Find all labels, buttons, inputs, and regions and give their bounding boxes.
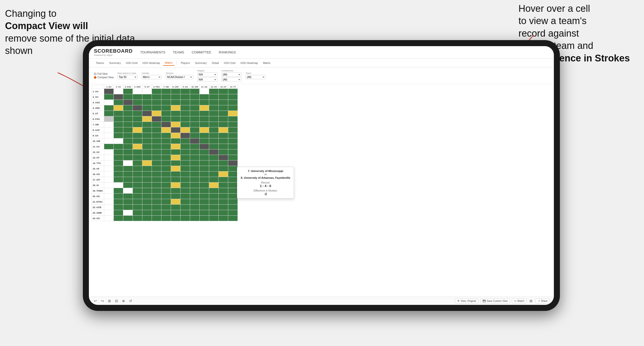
cell-r19-c10[interactable] (200, 194, 209, 199)
cell-r8-c12[interactable] (219, 133, 228, 138)
tool3-icon[interactable]: ⊞ (107, 298, 112, 303)
cell-r18-c5[interactable] (152, 188, 161, 194)
cell-r7-c13[interactable] (228, 127, 238, 133)
cell-r14-c5[interactable] (152, 166, 161, 171)
cell-r8-c7[interactable] (171, 133, 181, 138)
cell-r5-c3[interactable] (133, 116, 142, 122)
cell-r9-c4[interactable] (142, 138, 152, 144)
cell-r10-c0[interactable] (104, 144, 114, 149)
cell-r21-c11[interactable] (209, 205, 219, 210)
cell-r17-c5[interactable] (152, 183, 161, 188)
cell-r5-c10[interactable] (200, 116, 209, 122)
cell-r22-c6[interactable] (161, 210, 171, 216)
subnav-matrix-teams[interactable]: Matrix (163, 60, 174, 66)
tool4-icon[interactable]: ⊟ (114, 298, 119, 303)
cell-r1-c1[interactable] (114, 94, 123, 100)
cell-r15-c3[interactable] (133, 171, 142, 177)
cell-r5-c5[interactable] (152, 116, 161, 122)
cell-r11-c6[interactable] (161, 149, 171, 155)
cell-r11-c3[interactable] (133, 149, 142, 155)
cell-r22-c4[interactable] (142, 210, 152, 216)
cell-r22-c10[interactable] (200, 210, 209, 216)
cell-r4-c12[interactable] (219, 111, 228, 116)
cell-r10-c1[interactable] (114, 144, 123, 149)
cell-r1-c11[interactable] (209, 94, 219, 100)
cell-r17-c0[interactable] (104, 183, 114, 188)
cell-r15-c1[interactable] (114, 171, 123, 177)
cell-r16-c8[interactable] (181, 177, 190, 183)
cell-r6-c10[interactable] (200, 122, 209, 127)
cell-r17-c11[interactable] (209, 183, 219, 188)
nav-rankings[interactable]: RANKINGS (219, 49, 236, 55)
cell-r16-c3[interactable] (133, 177, 142, 183)
cell-r22-c3[interactable] (133, 210, 142, 216)
cell-r21-c6[interactable] (161, 205, 171, 210)
cell-r1-c5[interactable] (152, 94, 161, 100)
cell-r3-c10[interactable] (200, 105, 209, 111)
cell-r10-c11[interactable] (209, 144, 219, 149)
cell-r0-c4[interactable] (142, 89, 152, 94)
cell-r10-c2[interactable] (123, 144, 133, 149)
cell-r16-c11[interactable] (209, 177, 219, 183)
cell-r2-c12[interactable] (219, 100, 228, 105)
cell-r14-c10[interactable] (200, 166, 209, 171)
cell-r5-c8[interactable] (181, 116, 190, 122)
cell-r10-c4[interactable] (142, 144, 152, 149)
cell-r11-c11[interactable] (209, 149, 219, 155)
cell-r22-c7[interactable] (171, 210, 181, 216)
cell-r23-c0[interactable] (104, 216, 114, 221)
cell-r21-c2[interactable] (123, 205, 133, 210)
cell-r0-c6[interactable] (161, 89, 171, 94)
cell-r15-c11[interactable] (209, 171, 219, 177)
cell-r11-c1[interactable] (114, 149, 123, 155)
cell-r21-c4[interactable] (142, 205, 152, 210)
tool5-icon[interactable]: ⊕ (121, 298, 126, 303)
cell-r1-c6[interactable] (161, 94, 171, 100)
cell-r0-c3[interactable] (133, 89, 142, 94)
cell-r14-c7[interactable] (171, 166, 181, 171)
cell-r4-c9[interactable] (190, 111, 200, 116)
cell-r18-c7[interactable] (171, 188, 181, 194)
cell-r10-c5[interactable] (152, 144, 161, 149)
cell-r6-c8[interactable] (181, 122, 190, 127)
cell-r17-c3[interactable] (133, 183, 142, 188)
cell-r2-c4[interactable] (142, 100, 152, 105)
cell-r7-c9[interactable] (190, 127, 200, 133)
cell-r12-c1[interactable] (114, 155, 123, 160)
cell-r20-c6[interactable] (161, 199, 171, 205)
cell-r0-c0[interactable] (104, 89, 114, 94)
cell-r17-c10[interactable] (200, 183, 209, 188)
cell-r2-c11[interactable] (209, 100, 219, 105)
subnav-players-heatmap[interactable]: H2H Heatmap (239, 60, 260, 65)
cell-r4-c2[interactable] (123, 111, 133, 116)
tool6-icon[interactable]: ↺ (128, 298, 133, 303)
cell-r3-c13[interactable] (228, 105, 238, 111)
cell-r4-c0[interactable] (104, 111, 114, 116)
cell-r17-c7[interactable] (171, 183, 181, 188)
cell-r18-c9[interactable] (190, 188, 200, 194)
cell-r4-c13[interactable] (228, 111, 238, 116)
cell-r3-c0[interactable] (104, 105, 114, 111)
cell-r23-c7[interactable] (171, 216, 181, 221)
matrix-content[interactable]: 1. AU 2. VU 3. ASU 4. UNC 5. UT 6. FSU 7… (89, 84, 554, 297)
cell-r14-c6[interactable] (161, 166, 171, 171)
cell-r15-c8[interactable] (181, 171, 190, 177)
cell-r23-c3[interactable] (133, 216, 142, 221)
cell-r22-c0[interactable] (104, 210, 114, 216)
cell-r4-c6[interactable] (161, 111, 171, 116)
cell-r17-c12[interactable] (219, 183, 228, 188)
redo-icon[interactable]: ↪ (100, 298, 105, 303)
cell-r3-c7[interactable] (171, 105, 181, 111)
cell-r22-c8[interactable] (181, 210, 190, 216)
cell-r0-c7[interactable] (171, 89, 181, 94)
cell-r13-c9[interactable] (190, 160, 200, 166)
cell-r16-c0[interactable] (104, 177, 114, 183)
cell-r5-c0[interactable] (104, 116, 114, 122)
cell-r23-c13[interactable] (228, 216, 238, 221)
cell-r12-c12[interactable] (219, 155, 228, 160)
cell-r23-c11[interactable] (209, 216, 219, 221)
cell-r5-c1[interactable] (114, 116, 123, 122)
cell-r12-c6[interactable] (161, 155, 171, 160)
cell-r6-c4[interactable] (142, 122, 152, 127)
cell-r1-c0[interactable] (104, 94, 114, 100)
